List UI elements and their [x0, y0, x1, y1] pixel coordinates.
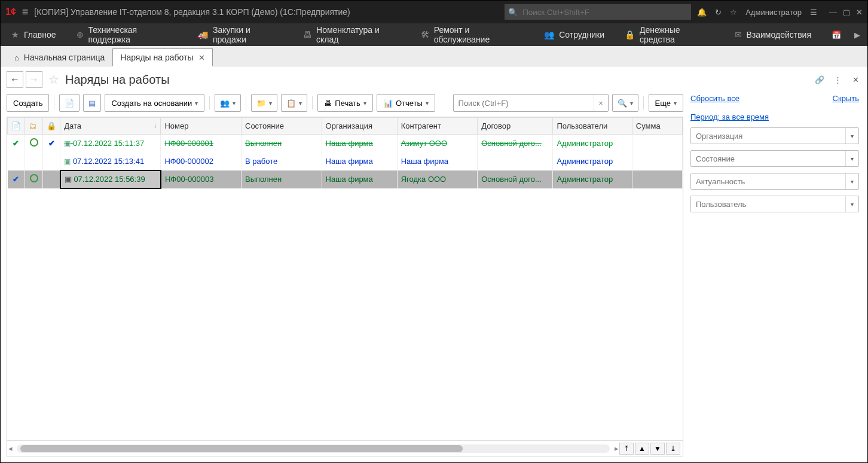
nav-stock[interactable]: 🖶Номенклатура и склад [295, 23, 409, 46]
back-button[interactable]: ← [7, 71, 23, 88]
nav-purchases[interactable]: 🚚Закупки и продажи [190, 23, 291, 46]
search-button[interactable]: 🔍▾ [612, 94, 638, 112]
col-mark1[interactable]: 📄 [8, 118, 25, 135]
filter-user[interactable]: ▾ [690, 196, 859, 212]
create-on-basis-button[interactable]: Создать на основании▾ [105, 94, 204, 112]
forward-button[interactable]: → [26, 71, 42, 88]
col-mark2[interactable]: 🗂 [25, 118, 42, 135]
filter-state[interactable]: ▾ [690, 150, 859, 167]
settings-icon[interactable]: ☰ [810, 8, 817, 17]
grid-footer: ◂ ▸ ⤒ ▲ ▼ ⤓ [7, 440, 683, 456]
nav-money[interactable]: 🔒Денежные средства [616, 23, 723, 46]
more-button[interactable]: Еще▾ [649, 94, 683, 112]
task-button[interactable]: 📋▾ [281, 94, 307, 112]
users-button[interactable]: 👥▾ [215, 94, 241, 112]
list-button[interactable]: ▤ [83, 94, 101, 112]
dropdown-icon[interactable]: ▾ [845, 173, 858, 189]
sort-asc-icon: ↓ [154, 121, 157, 129]
scroll-right-icon[interactable]: ▸ [613, 444, 619, 453]
tab-close-icon[interactable]: ✕ [198, 53, 205, 62]
close-page-icon[interactable]: ✕ [849, 74, 861, 86]
filter-org-input[interactable] [691, 128, 845, 144]
close-icon[interactable]: ✕ [856, 8, 863, 17]
cell-date: 07.12.2022 15:13:41 [73, 157, 144, 166]
hide-panel-link[interactable]: Скрыть [833, 94, 859, 103]
link-icon[interactable]: 🔗 [814, 74, 826, 86]
caret-icon: ▾ [674, 100, 677, 106]
table-row[interactable]: ✔ ✔ ▣ 07.12.2022 15:11:37 НФ00-000001 Вы… [8, 135, 683, 153]
global-search-input[interactable] [518, 4, 691, 20]
nav-staff[interactable]: 👥Сотрудники [536, 23, 613, 46]
scroll-left-icon[interactable]: ◂ [7, 444, 13, 453]
copy-icon: 📄 [65, 99, 74, 108]
search-input[interactable] [454, 95, 594, 111]
dropdown-icon[interactable]: ▾ [845, 196, 858, 212]
col-users[interactable]: Пользователи [553, 118, 632, 135]
col-contr[interactable]: Контрагент [397, 118, 478, 135]
cell-contr: Наша фирма [397, 153, 478, 170]
scrollbar-thumb[interactable] [20, 445, 463, 452]
menu-icon[interactable]: ≡ [22, 6, 29, 19]
minimize-icon[interactable]: — [829, 8, 837, 17]
dropdown-icon[interactable]: ▾ [845, 128, 858, 144]
bell-icon[interactable]: 🔔 [697, 8, 707, 17]
col-date[interactable]: Дата↓ [60, 118, 161, 135]
nav-support[interactable]: ⊕Техническая поддержка [68, 23, 186, 46]
period-link[interactable]: Период: за все время [690, 112, 769, 121]
scroll-bottom-button[interactable]: ⤓ [666, 443, 680, 455]
filter-actual[interactable]: ▾ [690, 173, 859, 190]
col-sum[interactable]: Сумма [632, 118, 682, 135]
col-mark3[interactable]: 🔒 [42, 118, 60, 135]
nav-label: Ремонт и обслуживание [434, 25, 524, 44]
col-number[interactable]: Номер [161, 118, 242, 135]
caret-icon: ▾ [233, 100, 236, 106]
create-button[interactable]: Создать [7, 94, 49, 112]
chart-icon: 📊 [383, 99, 393, 108]
filter-org[interactable]: ▾ [690, 127, 859, 144]
tab-workorders[interactable]: Наряды на работы ✕ [112, 48, 212, 66]
col-org[interactable]: Организация [322, 118, 397, 135]
print-button[interactable]: 🖶Печать▾ [317, 94, 373, 112]
lock-icon: 🔒 [47, 121, 56, 130]
col-contract[interactable]: Договор [478, 118, 553, 135]
scroll-down-button[interactable]: ▼ [650, 443, 665, 455]
copy-button[interactable]: 📄 [59, 94, 80, 112]
filter-actual-input[interactable] [691, 173, 845, 189]
col-state[interactable]: Состояние [242, 118, 322, 135]
filter-state-input[interactable] [691, 151, 845, 166]
search-clear-icon[interactable]: × [594, 95, 608, 111]
history-icon[interactable]: ↻ [715, 8, 722, 17]
dropdown-icon[interactable]: ▾ [845, 151, 858, 166]
nav-more-icon[interactable]: ▶ [849, 31, 865, 39]
favorite-icon[interactable]: ☆ [48, 72, 59, 87]
reports-button[interactable]: 📊Отчеты▾ [377, 94, 435, 112]
filter-user-input[interactable] [691, 196, 845, 212]
user-label[interactable]: Администратор [745, 8, 802, 17]
tab-label: Начальная страница [24, 53, 105, 62]
maximize-icon[interactable]: ▢ [843, 8, 850, 17]
calendar-icon[interactable]: 📅 [827, 31, 846, 39]
star-icon[interactable]: ☆ [730, 8, 737, 17]
list-icon: ▤ [88, 99, 96, 108]
nav-main[interactable]: ★Главное [3, 23, 65, 46]
mail-icon: ✉ [735, 30, 742, 39]
caret-icon: ▾ [195, 100, 198, 106]
scrollbar[interactable] [17, 444, 610, 453]
table-row[interactable]: ▣ 07.12.2022 15:13:41 НФ00-000002 В рабо… [8, 153, 683, 170]
reset-filters-link[interactable]: Сбросить все [690, 94, 739, 103]
kebab-icon[interactable]: ⋮ [832, 74, 843, 86]
cell-state: В работе [242, 153, 322, 170]
cell-users: Администратор [553, 170, 632, 188]
cell-number: НФ00-000001 [161, 135, 242, 153]
doc-icon: 📄 [11, 121, 21, 130]
users-icon: 👥 [220, 99, 230, 108]
table-row[interactable]: ✔ ▣ 07.12.2022 15:56:39 НФ00-000003 Выпо… [8, 170, 683, 188]
folder-button[interactable]: 📁▾ [251, 94, 277, 112]
header-label: Контрагент [401, 121, 441, 130]
home-icon: ⌂ [14, 53, 19, 62]
nav-repair[interactable]: 🛠Ремонт и обслуживание [412, 23, 532, 46]
nav-interactions[interactable]: ✉Взаимодействия [726, 23, 820, 46]
tab-home[interactable]: ⌂ Начальная страница [7, 48, 112, 66]
scroll-up-button[interactable]: ▲ [635, 443, 649, 455]
scroll-top-button[interactable]: ⤒ [619, 443, 634, 455]
